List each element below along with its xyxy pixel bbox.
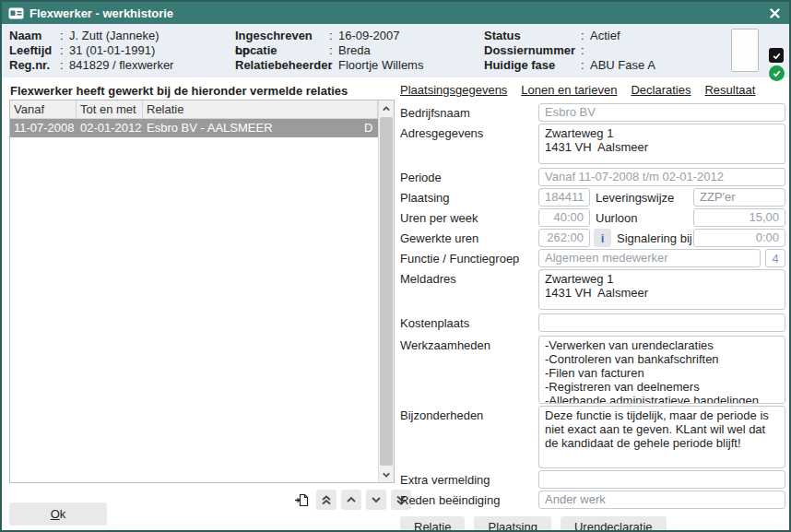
form-row-reden-beeindiging: Reden beëindiging Ander werk [400,491,785,509]
bijzonderheden-field[interactable]: Deze functie is tijdelijk, maar de perio… [538,406,785,468]
field-label: Reg.nr. [9,58,60,73]
uurloon-field[interactable]: 15,00 [693,208,785,227]
form-row-bijzonderheden: Bijzonderheden Deze functie is tijdelijk… [400,406,785,468]
first-record-icon[interactable] [316,490,336,510]
field-value: 31 (01-01-1991) [69,43,155,58]
contact-card-icon [8,7,24,19]
checked-checkbox-icon[interactable] [769,48,784,63]
tab-lonen-en-tarieven[interactable]: Lonen en tarieven [521,83,617,98]
periode-field[interactable]: Vanaf 11-07-2008 t/m 02-01-2012 [538,168,785,186]
cell-relatie: Esbro BV - AALSMEER [143,119,362,137]
relations-list: Vanaf Tot en met Relatie S 11-07-2008 02… [9,100,395,483]
record-navigation [291,490,411,510]
form-row-plaatsing: Plaatsing 184411 Leveringswijze ZZP'er [400,188,785,207]
person-header: Naam:J. Zutt (Janneke) Leeftijd:31 (01-0… [2,24,789,77]
cell-vanaf: 11-07-2008 [10,119,77,137]
goto-record-icon[interactable] [291,490,312,510]
tab-resultaat[interactable]: Resultaat [704,83,755,98]
field-value: ABU Fase A [590,58,655,73]
green-check-icon [769,65,785,81]
field-label: Locatie [235,43,329,58]
field-label: Leeftijd [9,43,60,58]
field-value: Actief [590,29,620,43]
tab-plaatsingsgegevens[interactable]: Plaatsingsgegevens [400,83,507,98]
photo-placeholder [731,29,759,72]
functiegroep-field[interactable]: 4 [765,249,785,267]
window-title: Flexwerker - werkhistorie [30,6,766,20]
table-row[interactable]: 11-07-2008 02-01-2012 Esbro BV - AALSMEE… [10,119,378,137]
list-header: Vanaf Tot en met Relatie S [10,100,394,119]
header-column-1: Naam:J. Zutt (Janneke) Leeftijd:31 (01-0… [9,29,235,73]
form-row-meldadres: Meldadres Zwarteweg 1 1431 VH Aalsmeer [400,269,785,310]
functie-field[interactable]: Algemeen medewerker [538,249,761,267]
field-label: Naam [9,29,60,43]
field-value: J. Zutt (Janneke) [69,29,159,43]
scrollbar-thumb[interactable] [380,117,393,466]
leveringswijze-field[interactable]: ZZP'er [693,188,785,207]
header-column-3: Status:Actief Dossiernummer: Huidige fas… [484,29,696,73]
column-header-vanaf[interactable]: Vanaf [10,100,77,118]
field-value: 841829 / flexwerker [69,58,173,73]
field-value: 16-09-2007 [338,29,400,43]
field-label: Huidige fase [484,58,581,73]
urendeclaratie-button[interactable]: Urendeclaratie [561,516,667,532]
title-bar: Flexwerker - werkhistorie [2,2,789,24]
close-icon[interactable] [766,5,783,21]
plaatsing-field[interactable]: 184411 [538,188,590,207]
form-row-uren-per-week: Uren per week 40:00 Uurloon 15,00 [400,208,785,227]
form-row-periode: Periode Vanaf 11-07-2008 t/m 02-01-2012 [400,168,785,186]
form-row-kostenplaats: Kostenplaats [400,313,785,332]
column-header-tot-en-met[interactable]: Tot en met [77,100,143,118]
werkzaamheden-field[interactable]: -Verwerken van urendeclaraties -Controle… [538,336,785,404]
reden-beeindiging-field[interactable]: Ander werk [538,491,785,509]
form-row-extra-vermelding: Extra vermelding [400,470,785,489]
field-label: Relatiebeheerder [235,58,329,73]
scroll-up-icon[interactable] [379,100,394,116]
plaatsing-button[interactable]: Plaatsing [474,516,550,532]
meldadres-field[interactable]: Zwarteweg 1 1431 VH Aalsmeer [538,269,785,310]
info-icon[interactable]: i [594,229,611,247]
gewerkte-uren-field[interactable]: 262:00 [538,229,590,247]
scroll-down-icon[interactable] [379,467,394,482]
field-label: Status [484,29,581,43]
bedrijfsnaam-field[interactable]: Esbro BV [538,103,785,122]
form-row-werkzaamheden: Werkzaamheden -Verwerken van urendeclara… [400,336,785,404]
form-row-bedrijfsnaam: Bedrijfsnaam Esbro BV [400,103,785,122]
header-column-2: Ingeschreven op:16-09-2007 Locatie:Breda… [235,29,484,73]
extra-vermelding-field[interactable] [538,470,785,489]
field-value: Breda [338,43,371,58]
placement-panel: Plaatsingsgegevens Lonen en tarieven Dec… [400,83,785,532]
previous-record-icon[interactable] [341,490,361,510]
field-label: Dossiernummer [484,43,581,58]
kostenplaats-field[interactable] [538,313,785,332]
form-row-gewerkte-uren: Gewerkte uren 262:00 i Signalering bij 0… [400,229,785,247]
vertical-scrollbar[interactable] [378,100,394,482]
werkhistorie-dialog: Flexwerker - werkhistorie Naam:J. Zutt (… [0,0,791,532]
cell-tot-en-met: 02-01-2012 [77,119,143,137]
field-value: Floortje Willems [338,58,423,73]
adresgegevens-field[interactable]: Zwarteweg 1 1431 VH Aalsmeer [538,124,785,164]
cell-s: D [362,119,378,137]
field-label: Ingeschreven op [235,29,329,43]
column-header-relatie[interactable]: Relatie [143,100,378,118]
relatie-button[interactable]: Relatie [400,516,465,532]
form-row-adresgegevens: Adresgegevens Zwarteweg 1 1431 VH Aalsme… [400,124,785,164]
ok-button[interactable]: Ok [9,502,107,526]
tab-declaraties[interactable]: Declaraties [631,83,691,98]
relations-caption: Flexwerker heeft gewerkt bij de hieronde… [10,84,348,98]
uren-per-week-field[interactable]: 40:00 [538,208,590,227]
tab-bar: Plaatsingsgegevens Lonen en tarieven Dec… [400,83,785,98]
action-buttons: Relatie Plaatsing Urendeclaratie [400,516,785,532]
signalering-bij-field[interactable]: 0:00 [693,229,785,247]
next-record-icon[interactable] [366,490,386,510]
form-row-functie: Functie / Functiegroep Algemeen medewerk… [400,249,785,267]
